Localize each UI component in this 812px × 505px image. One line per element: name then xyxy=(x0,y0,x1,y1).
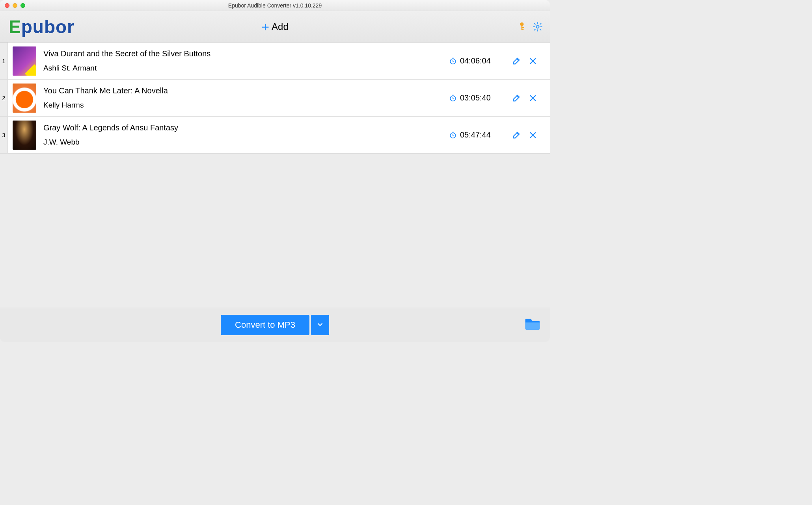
book-author: Kelly Harms xyxy=(43,101,168,110)
list-item[interactable]: 3 Gray Wolf: A Legends of Ansu Fantasy J… xyxy=(0,117,550,154)
book-cover xyxy=(13,46,36,76)
row-duration: 03:05:40 xyxy=(449,80,512,116)
convert-button[interactable]: Convert to MP3 xyxy=(221,315,309,335)
traffic-lights xyxy=(0,3,25,8)
book-cover xyxy=(13,84,36,113)
window-title: Epubor Audible Converter v1.0.10.229 xyxy=(0,2,550,9)
book-cover xyxy=(13,121,36,150)
row-index: 2 xyxy=(0,80,8,116)
row-text: Gray Wolf: A Legends of Ansu Fantasy J.W… xyxy=(43,123,178,147)
logo-rest: pubor xyxy=(21,17,74,37)
toolbar: Epubor + Add xyxy=(0,11,550,43)
convert-button-group: Convert to MP3 xyxy=(221,315,329,335)
book-title: You Can Thank Me Later: A Novella xyxy=(43,86,168,95)
window-maximize-button[interactable] xyxy=(20,3,25,8)
clock-icon xyxy=(449,57,457,65)
window-minimize-button[interactable] xyxy=(13,3,17,8)
list-item[interactable]: 1 Viva Durant and the Secret of the Silv… xyxy=(0,43,550,80)
row-index: 3 xyxy=(0,117,8,153)
row-main: Gray Wolf: A Legends of Ansu Fantasy J.W… xyxy=(8,117,449,153)
duration-text: 05:47:44 xyxy=(460,130,491,139)
row-index: 1 xyxy=(0,43,8,79)
folder-icon xyxy=(524,324,541,333)
book-author: J.W. Webb xyxy=(43,138,178,147)
open-output-folder-button[interactable] xyxy=(524,317,541,333)
edit-icon[interactable] xyxy=(512,57,521,65)
key-icon[interactable] xyxy=(517,22,527,32)
close-icon[interactable] xyxy=(529,131,537,139)
add-button[interactable]: + Add xyxy=(261,21,289,32)
book-title: Gray Wolf: A Legends of Ansu Fantasy xyxy=(43,123,178,132)
list-item[interactable]: 2 You Can Thank Me Later: A Novella Kell… xyxy=(0,80,550,117)
row-main: Viva Durant and the Secret of the Silver… xyxy=(8,43,449,79)
row-text: Viva Durant and the Secret of the Silver… xyxy=(43,49,210,72)
book-author: Ashli St. Armant xyxy=(43,64,210,72)
toolbar-right xyxy=(517,22,543,32)
clock-icon xyxy=(449,94,457,102)
row-duration: 04:06:04 xyxy=(449,43,512,79)
row-main: You Can Thank Me Later: A Novella Kelly … xyxy=(8,80,449,116)
bottom-bar: Convert to MP3 xyxy=(0,308,550,342)
row-actions xyxy=(512,80,550,116)
audiobook-list: 1 Viva Durant and the Secret of the Silv… xyxy=(0,43,550,308)
logo-first-letter: E xyxy=(9,17,21,37)
titlebar: Epubor Audible Converter v1.0.10.229 xyxy=(0,0,550,11)
convert-format-dropdown[interactable] xyxy=(311,315,329,335)
clock-icon xyxy=(449,131,457,139)
app-window: Epubor Audible Converter v1.0.10.229 Epu… xyxy=(0,0,550,342)
add-label: Add xyxy=(272,21,289,32)
row-text: You Can Thank Me Later: A Novella Kelly … xyxy=(43,86,168,110)
svg-point-1 xyxy=(536,25,539,28)
close-icon[interactable] xyxy=(529,57,537,65)
duration-text: 04:06:04 xyxy=(460,56,491,65)
book-title: Viva Durant and the Secret of the Silver… xyxy=(43,49,210,58)
duration-text: 03:05:40 xyxy=(460,93,491,102)
app-logo: Epubor xyxy=(0,16,74,37)
row-actions xyxy=(512,117,550,153)
edit-icon[interactable] xyxy=(512,131,521,139)
chevron-down-icon xyxy=(316,321,324,330)
gear-icon[interactable] xyxy=(533,22,543,32)
edit-icon[interactable] xyxy=(512,94,521,102)
row-actions xyxy=(512,43,550,79)
close-icon[interactable] xyxy=(529,94,537,102)
row-duration: 05:47:44 xyxy=(449,117,512,153)
window-close-button[interactable] xyxy=(5,3,9,8)
